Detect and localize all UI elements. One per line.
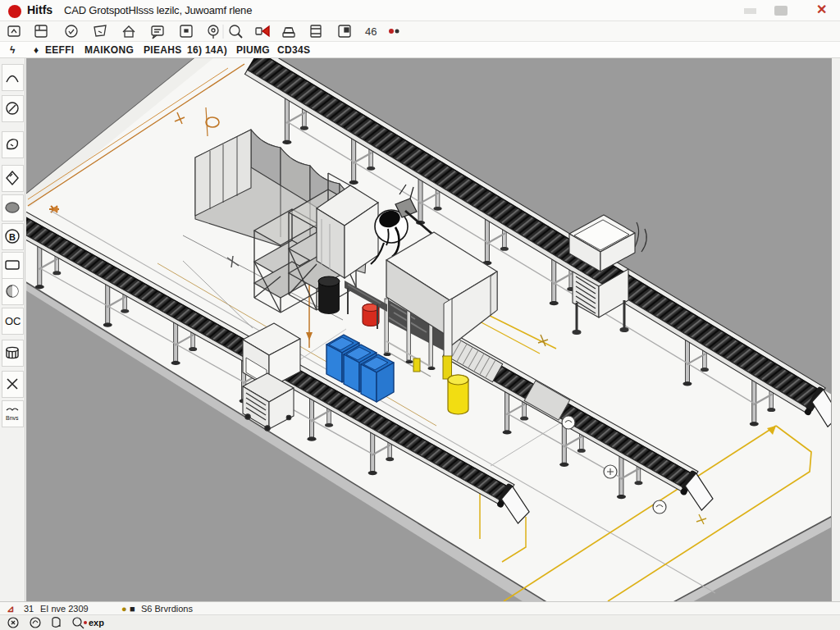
svg-text:46: 46: [365, 25, 377, 38]
svg-text:B: B: [9, 232, 16, 242]
svg-text:OC: OC: [5, 315, 21, 327]
svg-text:exp: exp: [89, 618, 104, 628]
svg-text:Bnvs: Bnvs: [6, 415, 19, 421]
